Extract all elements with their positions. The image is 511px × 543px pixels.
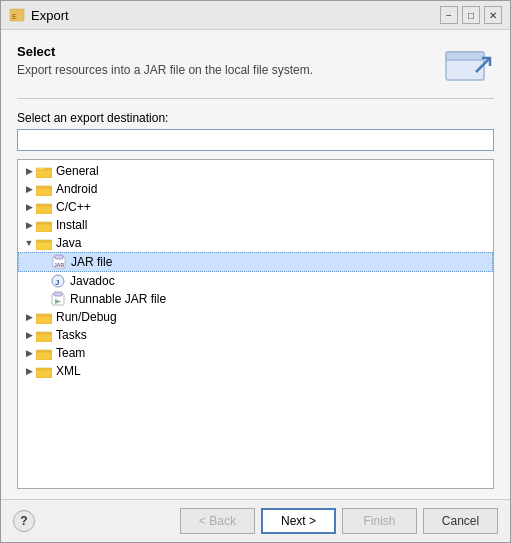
svg-rect-8 — [36, 188, 52, 196]
folder-team-icon — [36, 345, 52, 361]
folder-xml-icon — [36, 363, 52, 379]
tree-label-install: Install — [56, 218, 87, 232]
tree-label-java: Java — [56, 236, 81, 250]
folder-run-debug-icon — [36, 309, 52, 325]
javadoc-icon: J — [50, 273, 66, 289]
tree-item-install[interactable]: ▶ Install — [18, 216, 493, 234]
title-bar-left: E Export — [9, 7, 69, 23]
export-large-icon — [444, 44, 494, 86]
tree-label-javadoc: Javadoc — [70, 274, 115, 288]
expand-general-icon[interactable]: ▶ — [22, 164, 36, 178]
tree-label-general: General — [56, 164, 99, 178]
svg-rect-21 — [54, 292, 62, 296]
tree-item-javadoc[interactable]: J Javadoc — [18, 272, 493, 290]
footer: ? < Back Next > Finish Cancel — [1, 499, 510, 542]
header-divider — [17, 98, 494, 99]
tree-container[interactable]: ▶ General ▶ Android ▶ C/C++ — [17, 159, 494, 489]
tree-item-android[interactable]: ▶ Android — [18, 180, 493, 198]
tree-item-general[interactable]: ▶ General — [18, 162, 493, 180]
svg-rect-28 — [36, 352, 52, 360]
help-button[interactable]: ? — [13, 510, 35, 532]
svg-text:J: J — [55, 278, 59, 287]
jar-file-icon: JAR — [51, 254, 67, 270]
tree-label-xml: XML — [56, 364, 81, 378]
tree-label-runnable-jar: Runnable JAR file — [70, 292, 166, 306]
title-bar-controls: − □ ✕ — [440, 6, 502, 24]
filter-label: Select an export destination: — [17, 111, 494, 125]
next-button[interactable]: Next > — [261, 508, 336, 534]
folder-cpp-icon — [36, 199, 52, 215]
tree-label-team: Team — [56, 346, 85, 360]
header-title: Select — [17, 44, 434, 59]
tree-item-tasks[interactable]: ▶ Tasks — [18, 326, 493, 344]
svg-text:JAR: JAR — [54, 262, 64, 268]
svg-rect-26 — [36, 334, 52, 342]
tree-label-tasks: Tasks — [56, 328, 87, 342]
back-button[interactable]: < Back — [180, 508, 255, 534]
tree-label-run-debug: Run/Debug — [56, 310, 117, 324]
cancel-button[interactable]: Cancel — [423, 508, 498, 534]
expand-run-debug-icon[interactable]: ▶ — [22, 310, 36, 324]
expand-team-icon[interactable]: ▶ — [22, 346, 36, 360]
svg-rect-14 — [36, 242, 52, 250]
expand-cpp-icon[interactable]: ▶ — [22, 200, 36, 214]
expand-android-icon[interactable]: ▶ — [22, 182, 36, 196]
header-text: Select Export resources into a JAR file … — [17, 44, 434, 77]
footer-left: ? — [13, 510, 35, 532]
tree-label-cpp: C/C++ — [56, 200, 91, 214]
folder-install-icon — [36, 217, 52, 233]
svg-rect-30 — [36, 370, 52, 378]
svg-rect-3 — [446, 52, 484, 60]
header-section: Select Export resources into a JAR file … — [17, 44, 494, 86]
tree-label-jar-file: JAR file — [71, 255, 112, 269]
tree-item-runnable-jar[interactable]: Runnable JAR file — [18, 290, 493, 308]
expand-install-icon[interactable]: ▶ — [22, 218, 36, 232]
svg-rect-12 — [36, 224, 52, 232]
minimize-button[interactable]: − — [440, 6, 458, 24]
title-bar: E Export − □ ✕ — [1, 1, 510, 30]
close-button[interactable]: ✕ — [484, 6, 502, 24]
tree-item-xml[interactable]: ▶ XML — [18, 362, 493, 380]
runnable-jar-icon — [50, 291, 66, 307]
dialog-icon: E — [9, 7, 25, 23]
svg-rect-24 — [36, 316, 52, 324]
folder-java-icon — [36, 235, 52, 251]
header-description: Export resources into a JAR file on the … — [17, 63, 434, 77]
folder-tasks-icon — [36, 327, 52, 343]
tree-item-team[interactable]: ▶ Team — [18, 344, 493, 362]
finish-button[interactable]: Finish — [342, 508, 417, 534]
export-dialog: E Export − □ ✕ Select Export resources i… — [0, 0, 511, 543]
svg-rect-10 — [36, 206, 52, 214]
tree-item-run-debug[interactable]: ▶ Run/Debug — [18, 308, 493, 326]
tree-label-android: Android — [56, 182, 97, 196]
expand-tasks-icon[interactable]: ▶ — [22, 328, 36, 342]
dialog-title: Export — [31, 8, 69, 23]
expand-xml-icon[interactable]: ▶ — [22, 364, 36, 378]
tree-item-cpp[interactable]: ▶ C/C++ — [18, 198, 493, 216]
svg-rect-16 — [55, 255, 63, 259]
folder-android-icon — [36, 181, 52, 197]
expand-java-icon[interactable]: ▼ — [22, 236, 36, 250]
filter-input[interactable] — [17, 129, 494, 151]
svg-rect-6 — [36, 170, 52, 178]
maximize-button[interactable]: □ — [462, 6, 480, 24]
tree-item-jar-file[interactable]: JAR JAR file — [18, 252, 493, 272]
svg-text:E: E — [12, 13, 17, 20]
folder-general-icon — [36, 163, 52, 179]
tree-item-java[interactable]: ▼ Java — [18, 234, 493, 252]
footer-buttons: < Back Next > Finish Cancel — [180, 508, 498, 534]
content-area: Select Export resources into a JAR file … — [1, 30, 510, 499]
